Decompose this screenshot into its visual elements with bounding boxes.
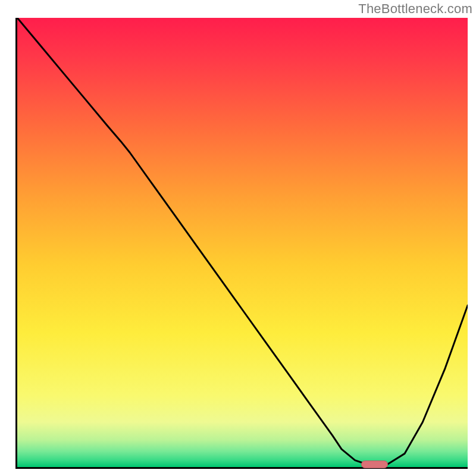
bottleneck-curve-path	[17, 18, 468, 465]
chart-plot-area	[15, 18, 468, 469]
attribution-text: TheBottleneck.com	[358, 1, 472, 17]
chart-curve-svg	[17, 18, 468, 467]
highlight-range-marker	[361, 461, 389, 468]
